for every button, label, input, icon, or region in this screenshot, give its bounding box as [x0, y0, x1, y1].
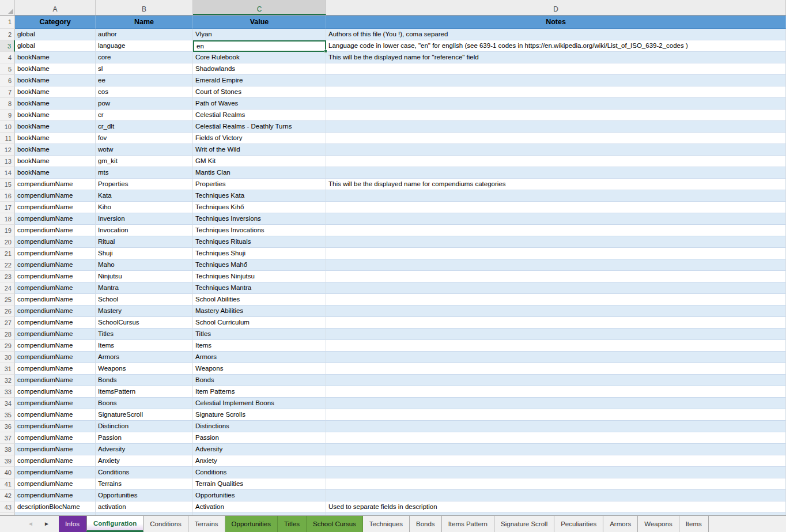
cell-value[interactable]: Techniques Ninjutsu [193, 271, 326, 282]
cell-category[interactable]: bookName [15, 52, 96, 63]
column-header-a[interactable]: A [15, 0, 96, 15]
cell-value[interactable]: Vlyan [193, 29, 326, 40]
cell-notes[interactable] [326, 386, 786, 398]
sheet-tab-titles[interactable]: Titles [278, 516, 307, 532]
column-header-d[interactable]: D [326, 0, 786, 15]
row-number[interactable]: 43 [0, 501, 15, 513]
row-number[interactable]: 35 [0, 409, 15, 421]
cell-category[interactable]: compendiumName [15, 444, 96, 455]
cell-notes[interactable] [326, 421, 786, 432]
cell-notes[interactable] [326, 98, 786, 110]
cell-name[interactable]: Weapons [96, 363, 193, 375]
row-number[interactable]: 24 [0, 282, 15, 294]
cell-name[interactable]: cr [96, 110, 193, 121]
row-number[interactable]: 10 [0, 121, 15, 133]
cell-name[interactable]: SchoolCursus [96, 317, 193, 329]
cell-value[interactable]: Armors [193, 352, 326, 363]
cell-notes[interactable] [326, 444, 786, 455]
cell-category[interactable]: bookName [15, 156, 96, 167]
cell-name[interactable]: activation [96, 501, 193, 513]
cell-value[interactable]: Item Patterns [193, 386, 326, 398]
row-number[interactable]: 26 [0, 305, 15, 317]
cell-notes[interactable] [326, 294, 786, 305]
cell-name[interactable]: Ninjutsu [96, 271, 193, 282]
row-number[interactable]: 3 [0, 40, 15, 52]
cell-category[interactable]: compendiumName [15, 190, 96, 202]
column-header-c[interactable]: C [193, 0, 326, 15]
cell-name[interactable]: pow [96, 98, 193, 110]
cell-name[interactable]: Mantra [96, 282, 193, 294]
cell-value[interactable]: Techniques Kihő [193, 202, 326, 213]
row-number[interactable]: 9 [0, 110, 15, 121]
cell-notes[interactable] [326, 248, 786, 259]
sheet-tab-school-cursus[interactable]: School Cursus [307, 516, 363, 532]
cell-category[interactable]: bookName [15, 98, 96, 110]
cell-notes[interactable] [326, 271, 786, 282]
cell-name[interactable]: cr_dlt [96, 121, 193, 133]
cell-category[interactable]: compendiumName [15, 236, 96, 248]
cell-notes[interactable]: This will be the displayed name for comp… [326, 179, 786, 190]
cell-value[interactable]: Titles [193, 329, 326, 340]
cell-notes[interactable] [326, 329, 786, 340]
cell-category[interactable]: compendiumName [15, 478, 96, 490]
row-number[interactable]: 29 [0, 340, 15, 352]
cell-name[interactable]: Bonds [96, 375, 193, 386]
row-number[interactable]: 18 [0, 213, 15, 225]
tab-scroll-right-icon[interactable]: ► [44, 521, 50, 527]
cell-notes[interactable] [326, 63, 786, 75]
row-number[interactable]: 16 [0, 190, 15, 202]
cell-value[interactable]: Court of Stones [193, 86, 326, 98]
cell-name[interactable]: core [96, 52, 193, 63]
cell-value[interactable]: Techniques Mahő [193, 259, 326, 271]
cell-category[interactable]: compendiumName [15, 490, 96, 501]
cell-name[interactable]: ee [96, 75, 193, 86]
cell-value[interactable]: Path of Waves [193, 98, 326, 110]
cell-category[interactable]: compendiumName [15, 282, 96, 294]
row-number[interactable]: 6 [0, 75, 15, 86]
cell-notes[interactable] [326, 236, 786, 248]
cell-category[interactable]: compendiumName [15, 213, 96, 225]
cell-name[interactable]: ItemsPattern [96, 386, 193, 398]
sheet-tab-weapons[interactable]: Weapons [638, 516, 679, 532]
cell-name[interactable]: School [96, 294, 193, 305]
cell-notes[interactable]: This will be the displayed name for "ref… [326, 52, 786, 63]
row-number[interactable]: 38 [0, 444, 15, 455]
cell-notes[interactable] [326, 352, 786, 363]
cell-category[interactable]: compendiumName [15, 294, 96, 305]
row-number[interactable]: 1 [0, 16, 15, 29]
cell-notes[interactable] [326, 75, 786, 86]
cell-name[interactable]: Kiho [96, 202, 193, 213]
cell-value[interactable]: Emerald Empire [193, 75, 326, 86]
cell-name[interactable]: Passion [96, 432, 193, 444]
row-number[interactable]: 36 [0, 421, 15, 432]
cell-name[interactable]: SignatureScroll [96, 409, 193, 421]
cell-name[interactable]: Kata [96, 190, 193, 202]
cell-category[interactable]: compendiumName [15, 305, 96, 317]
row-number[interactable]: 28 [0, 329, 15, 340]
cell-value[interactable]: Techniques Kata [193, 190, 326, 202]
cell-value[interactable]: Conditions [193, 467, 326, 478]
cell-category[interactable]: compendiumName [15, 271, 96, 282]
cell-value[interactable]: Terrain Qualities [193, 478, 326, 490]
cell-value[interactable]: Shadowlands [193, 63, 326, 75]
row-number[interactable]: 23 [0, 271, 15, 282]
row-number[interactable]: 22 [0, 259, 15, 271]
select-all-button[interactable] [0, 0, 15, 15]
fill-handle[interactable] [324, 50, 327, 53]
cell-name[interactable]: Ritual [96, 236, 193, 248]
cell-category[interactable]: descriptionBlocName [15, 501, 96, 513]
cell-notes[interactable] [326, 467, 786, 478]
cell-value[interactable]: School Abilities [193, 294, 326, 305]
cell-name[interactable]: Distinction [96, 421, 193, 432]
sheet-tab-terrains[interactable]: Terrains [188, 516, 225, 532]
cell-name[interactable]: Items [96, 340, 193, 352]
cell-name[interactable]: Conditions [96, 467, 193, 478]
row-number[interactable]: 15 [0, 179, 15, 190]
cell-value[interactable]: School Curriculum [193, 317, 326, 329]
row-number[interactable]: 21 [0, 248, 15, 259]
cell-category[interactable]: bookName [15, 75, 96, 86]
sheet-tab-peculiarities[interactable]: Peculiarities [554, 516, 603, 532]
header-cell-category[interactable]: Category [15, 16, 96, 29]
cell-category[interactable]: bookName [15, 86, 96, 98]
cell-category[interactable]: bookName [15, 133, 96, 144]
